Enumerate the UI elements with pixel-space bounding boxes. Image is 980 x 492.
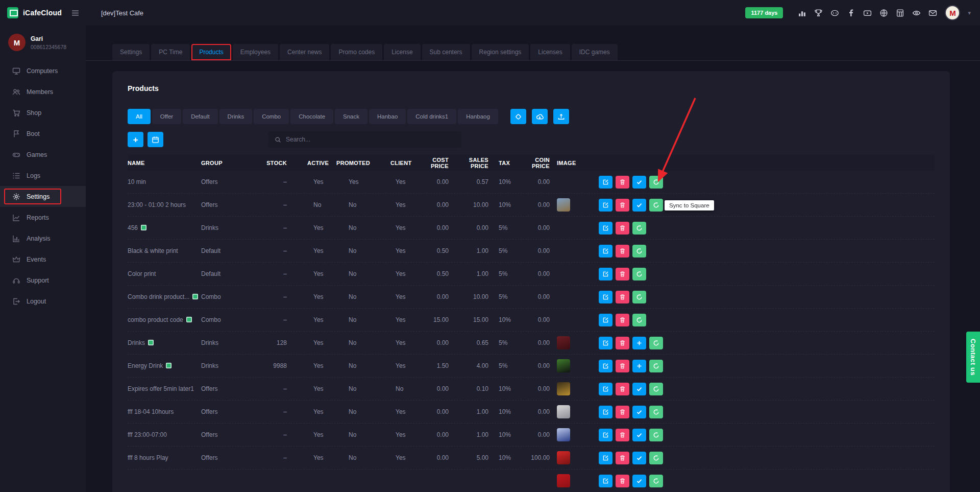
delete-button[interactable] <box>616 383 629 395</box>
sidebar-item-logout[interactable]: Logout <box>0 291 86 312</box>
delete-button[interactable] <box>616 452 629 464</box>
add-stock-button[interactable] <box>632 337 646 349</box>
discord-icon[interactable] <box>830 9 839 17</box>
tab-region-settings[interactable]: Region settings <box>472 44 529 60</box>
filter-hanbao[interactable]: Hanbao <box>369 109 406 124</box>
edit-button[interactable] <box>599 406 612 418</box>
mail-icon[interactable] <box>928 9 937 17</box>
edit-button[interactable] <box>599 383 612 395</box>
delete-button[interactable] <box>616 199 629 212</box>
hamburger-icon[interactable] <box>71 9 80 17</box>
edit-button[interactable] <box>599 245 612 257</box>
sync-to-square-button[interactable] <box>632 268 646 280</box>
filter-snack[interactable]: Snack <box>335 109 368 124</box>
sidebar-item-logs[interactable]: Logs <box>0 165 86 186</box>
sidebar-item-computers[interactable]: Computers <box>0 60 86 81</box>
edit-button[interactable] <box>599 291 612 303</box>
eye-icon[interactable] <box>912 9 921 17</box>
sidebar-item-support[interactable]: Support <box>0 270 86 291</box>
delete-button[interactable] <box>616 337 629 349</box>
tab-products[interactable]: Products <box>191 44 231 60</box>
sync-to-square-button[interactable] <box>632 291 646 303</box>
cloud-download-icon[interactable] <box>532 109 548 124</box>
sync-to-square-button[interactable] <box>649 176 663 189</box>
sidebar-item-events[interactable]: Events <box>0 249 86 270</box>
edit-button[interactable] <box>599 199 612 212</box>
sync-to-square-button[interactable] <box>632 222 646 235</box>
filter-hanbaog[interactable]: Hanbaog <box>458 109 498 124</box>
delete-button[interactable] <box>616 314 629 326</box>
approve-button[interactable] <box>632 176 646 189</box>
calendar-icon[interactable] <box>148 132 163 147</box>
filter-default[interactable]: Default <box>183 109 217 124</box>
delete-button[interactable] <box>616 475 629 487</box>
delete-button[interactable] <box>616 291 629 303</box>
delete-button[interactable] <box>616 245 629 257</box>
globe-icon[interactable] <box>879 9 888 17</box>
youtube-icon[interactable] <box>863 9 872 17</box>
sidebar-item-settings[interactable]: Settings <box>0 186 86 207</box>
analytics-icon[interactable] <box>798 9 806 17</box>
sync-to-square-button[interactable] <box>649 360 663 372</box>
filter-offer[interactable]: Offer <box>152 109 181 124</box>
upload-icon[interactable] <box>553 109 569 124</box>
sidebar-item-reports[interactable]: Reports <box>0 207 86 228</box>
add-stock-button[interactable] <box>632 360 646 372</box>
tab-pc-time[interactable]: PC Time <box>151 44 190 60</box>
delete-button[interactable] <box>616 360 629 372</box>
delete-button[interactable] <box>616 176 629 189</box>
delete-button[interactable] <box>616 268 629 280</box>
approve-button[interactable] <box>632 199 646 212</box>
trophy-icon[interactable] <box>814 9 823 17</box>
filter-chocolate[interactable]: Chocolate <box>290 109 333 124</box>
sync-to-square-button[interactable] <box>649 475 663 487</box>
sync-to-square-button[interactable] <box>649 337 663 349</box>
edit-button[interactable] <box>599 176 612 189</box>
edit-button[interactable] <box>599 429 612 441</box>
sync-to-square-button[interactable] <box>632 314 646 326</box>
sidebar-item-games[interactable]: Games <box>0 144 86 165</box>
tab-employees[interactable]: Employees <box>233 44 278 60</box>
edit-button[interactable] <box>599 314 612 326</box>
tab-promo-codes[interactable]: Promo codes <box>331 44 382 60</box>
delete-button[interactable] <box>616 429 629 441</box>
edit-button[interactable] <box>599 360 612 372</box>
filter-all[interactable]: All <box>128 109 151 124</box>
edit-button[interactable] <box>599 452 612 464</box>
approve-button[interactable] <box>632 429 646 441</box>
sync-to-square-button[interactable] <box>632 245 646 257</box>
facebook-icon[interactable] <box>847 9 855 17</box>
sidebar-item-members[interactable]: Members <box>0 81 86 102</box>
edit-button[interactable] <box>599 268 612 280</box>
edit-button[interactable] <box>599 337 612 349</box>
calculator-icon[interactable] <box>896 9 904 17</box>
sync-to-square-button[interactable] <box>649 406 663 418</box>
chevron-down-icon[interactable]: ▾ <box>968 10 971 16</box>
sidebar-item-shop[interactable]: Shop <box>0 102 86 123</box>
edit-button[interactable] <box>599 222 612 235</box>
delete-button[interactable] <box>616 406 629 418</box>
tab-licenses[interactable]: Licenses <box>530 44 570 60</box>
filter-cold-drinks1[interactable]: Cold drinks1 <box>407 109 456 124</box>
tab-idc-games[interactable]: IDC games <box>572 44 618 60</box>
sync-to-square-button[interactable] <box>649 452 663 464</box>
tab-center-news[interactable]: Center news <box>280 44 329 60</box>
sidebar-item-analysis[interactable]: Analysis <box>0 228 86 249</box>
sidebar-item-boot[interactable]: Boot <box>0 123 86 144</box>
approve-button[interactable] <box>632 383 646 395</box>
sync-to-square-button[interactable] <box>649 429 663 441</box>
approve-button[interactable] <box>632 475 646 487</box>
tab-settings[interactable]: Settings <box>112 44 150 60</box>
tab-license[interactable]: License <box>384 44 420 60</box>
sync-to-square-button[interactable] <box>649 383 663 395</box>
diamond-icon[interactable] <box>510 109 526 124</box>
approve-button[interactable] <box>632 406 646 418</box>
delete-button[interactable] <box>616 222 629 235</box>
filter-drinks[interactable]: Drinks <box>219 109 253 124</box>
tab-sub-centers[interactable]: Sub centers <box>422 44 470 60</box>
search-input[interactable] <box>286 136 455 143</box>
filter-combo[interactable]: Combo <box>254 109 289 124</box>
add-product-button[interactable]: + <box>128 132 143 147</box>
edit-button[interactable] <box>599 475 612 487</box>
contact-us-tab[interactable]: Contact us <box>966 332 980 383</box>
